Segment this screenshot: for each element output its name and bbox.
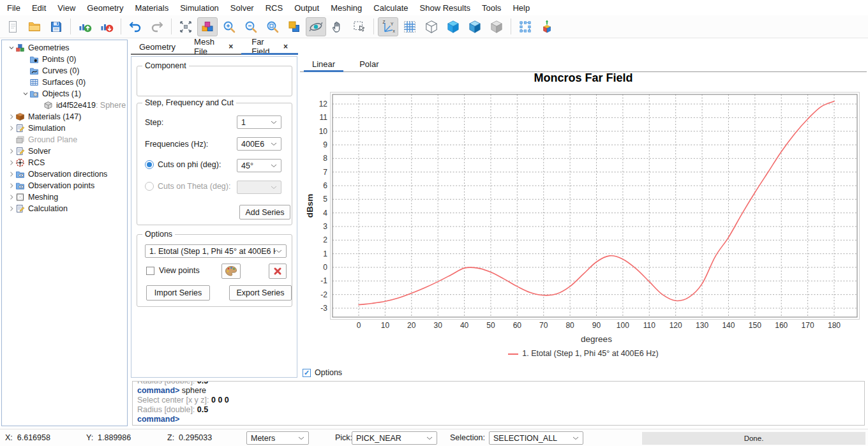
tree-collapsed-chevron-icon[interactable] (7, 182, 15, 190)
tree-item-materials-147[interactable]: Materials (147) (2, 111, 127, 123)
tree-collapsed-chevron-icon[interactable] (7, 124, 15, 133)
menu-show-results[interactable]: Show Results (414, 1, 476, 15)
selection-combo[interactable]: SELECTION_ALL (489, 431, 583, 445)
pick-combo[interactable]: PICK_NEAR (352, 431, 437, 445)
tree-item-surfaces-0[interactable]: Surfaces (0) (2, 77, 127, 88)
menu-calculate[interactable]: Calculate (368, 1, 414, 15)
axes-xyz-button[interactable]: ZYx (378, 17, 398, 36)
series-selector-combo[interactable]: 1. Etotal (Step 1, Phi 45° at 400E6 Hz) (145, 244, 287, 258)
tree-item-simulation[interactable]: Simulation (2, 123, 127, 134)
tree-collapsed-chevron-icon[interactable] (7, 159, 15, 167)
new-file-button[interactable] (3, 17, 23, 36)
export-series-button[interactable] (96, 17, 117, 36)
cube-solid-button[interactable] (443, 17, 463, 36)
tree-item-id4f52e419[interactable]: id4f52e419 : Sphere (2, 100, 127, 111)
close-tab-icon[interactable]: × (228, 43, 233, 50)
tab-mesh-file[interactable]: Mesh File× (186, 40, 241, 54)
svg-text:Y: Y (391, 21, 394, 26)
import-series-button[interactable] (75, 17, 95, 36)
tree-item-observation-directions[interactable]: Observation directions (2, 168, 127, 180)
view-cubes-button[interactable] (197, 17, 218, 36)
fit-view-button[interactable] (176, 17, 196, 36)
cube-shaded-button[interactable] (465, 17, 485, 36)
cuts-on-phi-combo[interactable]: 45° (237, 159, 281, 172)
tree-item-objects-1[interactable]: Objects (1) (2, 88, 127, 100)
menu-output[interactable]: Output (288, 1, 325, 15)
frequencies-combo[interactable]: 400E6 (237, 137, 281, 151)
zoom-in-button[interactable] (219, 17, 239, 36)
tree-item-observation-points[interactable]: Observation points (2, 180, 127, 191)
overlap-squares-button[interactable] (284, 17, 304, 36)
chart-tab-linear[interactable]: Linear (304, 56, 343, 71)
chart-options-checkbox[interactable]: ✓ Options (303, 368, 342, 378)
menu-tools[interactable]: Tools (476, 1, 507, 15)
menu-rcs[interactable]: RCS (260, 1, 288, 15)
tree-collapsed-chevron-icon[interactable] (7, 170, 15, 179)
document-tabs: GeometryMesh File×Far Field× (131, 40, 298, 55)
tree-expanded-chevron-icon[interactable] (7, 44, 15, 52)
tab-geometry[interactable]: Geometry (131, 40, 184, 54)
menu-file[interactable]: File (1, 1, 26, 15)
units-combo[interactable]: Meters (246, 431, 309, 445)
step-combo[interactable]: 1 (237, 115, 281, 129)
menu-solver[interactable]: Solver (225, 1, 260, 15)
menu-view[interactable]: View (52, 1, 81, 15)
zoom-window-button[interactable] (262, 17, 283, 36)
tree-collapsed-chevron-icon[interactable] (7, 205, 15, 213)
close-tab-icon[interactable]: × (283, 43, 288, 50)
cuts-on-phi-value: 45° (241, 161, 271, 170)
project-tree[interactable]: GeometriesPoints (0)Curves (0)Surfaces (… (1, 40, 128, 426)
tree-item-curves-0[interactable]: Curves (0) (2, 65, 127, 77)
menu-simulation[interactable]: Simulation (174, 1, 225, 15)
tree-collapsed-chevron-icon[interactable] (7, 193, 15, 202)
pick-value: PICK_NEAR (356, 434, 426, 443)
cube-wireframe-button[interactable] (421, 17, 442, 36)
menu-geometry[interactable]: Geometry (81, 1, 129, 15)
cube-gray-button[interactable] (486, 17, 507, 36)
command-console[interactable]: Radius [double]: 0.5command> sphereSelec… (132, 381, 865, 426)
chevron-down-icon (271, 164, 277, 168)
save-button[interactable] (46, 17, 66, 36)
svg-text:0: 0 (357, 321, 361, 330)
open-folder-button[interactable] (24, 17, 45, 36)
tree-expanded-chevron-icon[interactable] (21, 90, 29, 98)
view-points-checkbox[interactable]: View points (146, 266, 200, 275)
step-label: Step: (145, 118, 163, 127)
orbit-button[interactable] (306, 17, 326, 36)
toolbar-separator (511, 19, 511, 34)
menu-edit[interactable]: Edit (26, 1, 52, 15)
menu-meshing[interactable]: Meshing (325, 1, 368, 15)
tree-item-solver[interactable]: Solver (2, 145, 127, 157)
grid-button[interactable] (400, 17, 420, 36)
tree-item-label: Observation directions (28, 170, 107, 179)
undo-button[interactable] (125, 17, 146, 36)
chart-tab-polar[interactable]: Polar (351, 56, 387, 71)
tree-item-rcs[interactable]: RCS (2, 157, 127, 168)
pan-hand-button[interactable] (327, 17, 348, 36)
tree-item-ground-plane[interactable]: Ground Plane (2, 134, 127, 145)
menu-materials[interactable]: Materials (129, 1, 174, 15)
tree-collapsed-chevron-icon[interactable] (7, 113, 15, 121)
tree-item-meshing[interactable]: Meshing (2, 191, 127, 203)
tab-label: Geometry (139, 42, 176, 52)
tree-collapsed-chevron-icon[interactable] (7, 147, 15, 156)
import-series-button[interactable]: Import Series (146, 285, 210, 301)
cuts-on-phi-radio[interactable]: Cuts on phi (deg): (145, 160, 221, 169)
menu-help[interactable]: Help (507, 1, 535, 15)
ground-plane-icon (15, 135, 26, 144)
frequencies-label: Frequencies (Hz): (145, 140, 208, 149)
tree-item-calculation[interactable]: Calculation (2, 203, 127, 214)
axis-cube-button[interactable] (537, 17, 557, 36)
redo-button[interactable] (147, 17, 167, 36)
select-cursor-button[interactable] (349, 17, 370, 36)
tab-far-field[interactable]: Far Field× (243, 40, 296, 54)
selection-rect-button[interactable] (515, 17, 535, 36)
zoom-out-button[interactable] (241, 17, 261, 36)
delete-series-button[interactable] (269, 264, 287, 279)
tree-item-points-0[interactable]: Points (0) (2, 54, 127, 65)
add-series-button[interactable]: Add Series (239, 205, 290, 219)
export-series-button[interactable]: Export Series (229, 285, 292, 301)
series-color-button[interactable] (221, 264, 241, 279)
tree-item-geometries[interactable]: Geometries (2, 42, 127, 54)
tree-item-label: Points (0) (42, 55, 77, 64)
